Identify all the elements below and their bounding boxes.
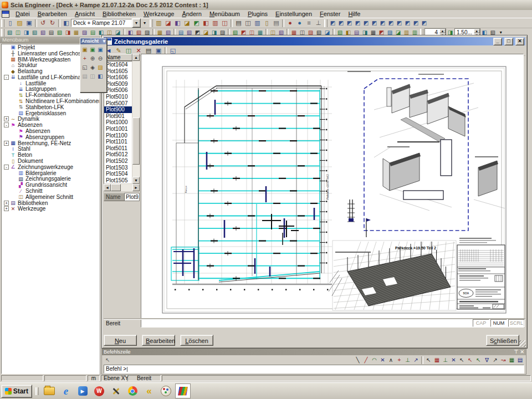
tree-item-stahlbeton-lfk[interactable]: ⇅Stahlbeton-LFK: [2, 104, 99, 110]
expand-icon[interactable]: +: [4, 116, 9, 121]
vscroll-thumb[interactable]: [132, 117, 140, 165]
snap-line-4-icon[interactable]: ∇: [483, 356, 491, 364]
project-combo[interactable]: Deck + Rampe 21.07: [71, 19, 132, 27]
snap-edge-icon[interactable]: +: [395, 356, 403, 364]
cursor-select-icon[interactable]: ↖: [104, 356, 112, 364]
expand-icon[interactable]: +: [4, 201, 9, 206]
bearbeiten-button[interactable]: Bearbeiten: [142, 335, 175, 346]
media-player-icon[interactable]: ▶: [75, 384, 90, 398]
quick-arrows-icon[interactable]: «: [142, 384, 156, 398]
plot-list-item[interactable]: Plot1605: [104, 68, 132, 75]
scroll-up-icon[interactable]: ▲: [132, 54, 140, 61]
report-icon[interactable]: ▤: [272, 19, 281, 27]
plot-list-item[interactable]: Plot5006: [104, 87, 132, 94]
fit-11-icon[interactable]: ◩: [412, 19, 420, 27]
fit-1-icon[interactable]: ◩: [329, 19, 337, 27]
toolbar-overflow-icon[interactable]: ▾: [141, 19, 149, 27]
tree-item-absenzen[interactable]: ⚑Absenzen: [2, 128, 99, 134]
tree-item-schnitt[interactable]: ∕Schnitt: [2, 188, 99, 194]
tree-item-beton[interactable]: TBeton: [2, 152, 99, 158]
property-name-value[interactable]: Plot9...: [125, 193, 140, 201]
tree-item-grundrissansicht[interactable]: ▞Grundrissansicht: [2, 182, 99, 188]
snap-arc-icon[interactable]: ◠: [370, 356, 378, 364]
drawing-canvas[interactable]: RampeParkdeck +19.50 Teil 2Parkdeck +19.…: [141, 54, 524, 328]
copy-picture-icon[interactable]: ◪: [182, 19, 192, 27]
color-palette-icon[interactable]: ●: [285, 19, 295, 27]
snap-line-6-icon[interactable]: ↝: [499, 356, 508, 364]
plot-list-item[interactable]: Plot1503: [104, 165, 132, 171]
start-button[interactable]: Start: [1, 385, 32, 398]
ortho-snap-icon[interactable]: ⊥: [441, 356, 449, 364]
workstation-icon[interactable]: ▥: [154, 19, 163, 27]
view-xz-icon[interactable]: ▣: [89, 45, 96, 54]
menu-einstellungen[interactable]: Einstellungen: [272, 10, 316, 18]
plot-list-item[interactable]: Plot5009: [104, 81, 132, 88]
fit-6-icon[interactable]: ◩: [370, 19, 378, 27]
menu-werkzeuge[interactable]: Werkzeuge: [140, 10, 178, 18]
tree-item-bildergalerie[interactable]: ▥Bildergalerie: [2, 170, 99, 176]
menu-ndern[interactable]: Ändern: [178, 10, 205, 18]
snap-line-5-icon[interactable]: ↗: [491, 356, 499, 364]
select-node-icon[interactable]: ▧: [6, 29, 14, 36]
combo-dropdown-icon[interactable]: ▾: [132, 18, 141, 28]
tree-item-absenzgruppen[interactable]: ⚑Absenzgruppen: [2, 134, 99, 140]
neu-button[interactable]: Neu: [104, 335, 137, 346]
close-button[interactable]: Schließen: [486, 335, 519, 346]
grid-snap-icon[interactable]: ▦: [433, 356, 441, 364]
deselect-icon[interactable]: ▧: [55, 29, 64, 36]
open-view-icon[interactable]: ▨: [96, 63, 104, 71]
fit-8-icon[interactable]: ◩: [387, 19, 395, 27]
snap-line-2-icon[interactable]: ↖: [466, 356, 474, 364]
table-snap-icon[interactable]: ▤: [516, 356, 524, 364]
collapse-icon[interactable]: -: [4, 165, 9, 170]
plot-list-item[interactable]: Plot1101: [104, 139, 132, 145]
redo-icon[interactable]: ↻: [48, 19, 57, 27]
fit-5-icon[interactable]: ◩: [362, 19, 370, 27]
minimize-button[interactable]: _: [493, 38, 502, 45]
render-icon[interactable]: ◧: [173, 19, 182, 27]
scia-engineer-icon[interactable]: [175, 383, 191, 398]
plot-list-item[interactable]: Plot5010: [104, 94, 132, 100]
select-cut-icon[interactable]: ▦: [72, 29, 80, 36]
plot-list-item[interactable]: Plot900: [104, 106, 132, 113]
frames-icon[interactable]: ◫: [220, 19, 229, 27]
paint-icon[interactable]: [158, 384, 173, 398]
fit-7-icon[interactable]: ◩: [378, 19, 387, 27]
hscroll-thumb[interactable]: [111, 184, 121, 191]
snap-vertex-icon[interactable]: ∧: [387, 356, 395, 364]
snap-extension-icon[interactable]: ↗: [412, 356, 420, 364]
menu-plugins[interactable]: Plugins: [244, 10, 272, 18]
tree-item-werkzeuge[interactable]: +✕Werkzeuge: [2, 206, 99, 212]
plot-list-vscrollbar[interactable]: ▲ ▼: [132, 54, 140, 184]
fit-9-icon[interactable]: ◩: [395, 19, 403, 27]
menu-fenster[interactable]: Fenster: [316, 10, 344, 18]
command-input[interactable]: Befehl >: [104, 365, 524, 374]
collapse-icon[interactable]: -: [4, 75, 9, 80]
find-icon[interactable]: ●: [295, 19, 304, 27]
menu-menbaum[interactable]: Menübaum: [206, 10, 244, 18]
zoom-plus-icon[interactable]: +: [81, 54, 89, 63]
save-icon[interactable]: ▣: [24, 19, 34, 27]
select-props-icon[interactable]: ▨: [80, 29, 89, 36]
image-gallery-icon[interactable]: ▥: [253, 19, 262, 27]
plot-list-item[interactable]: Plot1502: [104, 158, 132, 165]
lschen-button[interactable]: Löschen: [180, 335, 213, 346]
plot-list-hscrollbar[interactable]: ◄ ►: [104, 184, 140, 191]
mdi-document-icon[interactable]: [2, 11, 9, 18]
tree-item-bibliotheken[interactable]: +▤Bibliotheken: [2, 200, 99, 206]
close-command-icon[interactable]: ✕: [520, 349, 524, 355]
chevron-down-icon[interactable]: ▾: [103, 38, 105, 44]
project-window-icon[interactable]: ◧: [62, 19, 71, 27]
axes-icon[interactable]: ≡: [304, 19, 314, 27]
plot-list-item[interactable]: Plot901: [104, 113, 132, 120]
menu-bearbeiten[interactable]: Bearbeiten: [34, 10, 71, 18]
print-preview-icon[interactable]: ◫: [243, 19, 253, 27]
snap-midpoint-icon[interactable]: ╱: [362, 356, 370, 364]
chrome-icon[interactable]: [125, 384, 140, 398]
toolbox-icon[interactable]: [109, 384, 123, 398]
tree-item-allgemeiner-schnitt[interactable]: ◫Allgemeiner Schnitt: [2, 194, 99, 200]
hatch-icon[interactable]: ◧: [201, 19, 211, 27]
explorer-icon[interactable]: [42, 384, 57, 398]
undo-icon[interactable]: ↺: [38, 19, 48, 27]
new-icon[interactable]: ▯: [6, 19, 15, 27]
